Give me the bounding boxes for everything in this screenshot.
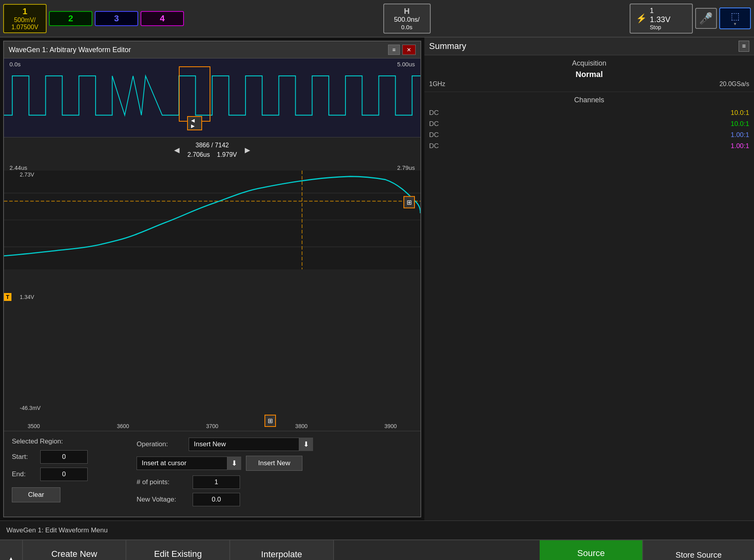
acquisition-section: Acquisition Normal 1GHz 20.0GSa/s	[424, 55, 754, 92]
end-row: End:	[12, 468, 130, 481]
summary-ch1-coupling: DC	[429, 109, 439, 117]
acquisition-freq: 1GHz	[429, 81, 445, 88]
summary-panel: Summary ≡ Acquisition Normal 1GHz 20.0GS…	[424, 38, 754, 521]
start-input[interactable]	[40, 450, 88, 464]
create-new-label: Create New	[51, 549, 97, 559]
cursor-info: ◀ 3866 / 7142 2.706us 1.979V ▶	[4, 137, 420, 163]
clear-button[interactable]: Clear	[12, 487, 60, 502]
timebase-button[interactable]: H 500.0ns/ 0.0s	[383, 4, 431, 34]
acquisition-rate: 20.0GSa/s	[719, 81, 749, 88]
overview-time-right: 5.00us	[397, 61, 415, 68]
channel-3-button[interactable]: 3	[95, 11, 138, 26]
up-arrow-icon: ▲	[6, 554, 16, 560]
summary-ch2-coupling: DC	[429, 120, 439, 128]
trigger-voltage: 1.33V	[650, 15, 670, 24]
overview-waveform-svg	[4, 58, 420, 137]
timebase-label: H	[404, 7, 409, 16]
operation-label: Operation:	[137, 440, 184, 448]
x-label-3600: 3600	[117, 423, 129, 429]
x-label-3500: 3500	[28, 423, 40, 429]
wavegen-menu-button[interactable]: ≡	[388, 45, 400, 55]
store-source-button[interactable]: Store Source to Arb	[643, 540, 754, 560]
cursor-time-voltage: 2.706us 1.979V	[188, 150, 237, 160]
controls-grid: Selected Region: Start: End: Clear	[12, 438, 413, 510]
timebase-scale: 500.0ns/	[394, 16, 420, 24]
controls-area: Selected Region: Start: End: Clear	[4, 431, 420, 517]
volt-label-mid: 1.34V	[20, 294, 34, 300]
voltage-input[interactable]	[193, 493, 240, 506]
cursor-voltage: 1.979V	[217, 151, 237, 158]
summary-ch3-coupling: DC	[429, 131, 439, 139]
operation-section: Operation: Insert New ⬇ I	[137, 438, 413, 510]
selection-handle[interactable]: ◀ ▶	[187, 116, 202, 130]
edit-existing-button[interactable]: Edit Existing ⬇	[126, 540, 230, 560]
summary-ch1-row: DC 10.0:1	[429, 107, 749, 118]
wavegen-title: WaveGen 1: Arbitrary Waveform Editor	[9, 46, 131, 54]
end-label: End:	[12, 470, 36, 478]
points-input[interactable]	[193, 475, 240, 489]
acquisition-mode: Normal	[429, 70, 749, 79]
selected-region-section: Selected Region: Start: End: Clear	[12, 438, 130, 510]
detail-container: 2.44us 2.79us T 2.73V 1.34V -46.3mV	[4, 163, 420, 431]
summary-ch2-ratio: 10.0:1	[731, 120, 749, 128]
main-area: WaveGen 1: Arbitrary Waveform Editor ≡ ✕…	[0, 38, 754, 521]
summary-header: Summary ≡	[424, 38, 754, 55]
insert-cursor-select[interactable]: Insert at cursor	[137, 457, 227, 470]
edit-existing-label: Edit Existing	[154, 549, 202, 559]
channel-4-button[interactable]: 4	[141, 11, 184, 26]
start-label: Start:	[12, 453, 36, 461]
x-label-3700: 3700	[206, 423, 218, 429]
summary-ch4-coupling: DC	[429, 142, 439, 150]
orange-marker-horizontal[interactable]: ⊞	[403, 196, 415, 209]
insert-cursor-value: Insert at cursor	[142, 459, 186, 467]
create-new-button[interactable]: Create New ⬇	[23, 540, 127, 560]
wavegen-titlebar: WaveGen 1: Arbitrary Waveform Editor ≡ ✕	[4, 41, 420, 58]
end-input[interactable]	[40, 468, 88, 481]
insert-cursor-row: Insert at cursor ⬇ Insert New	[137, 456, 413, 471]
capture-button[interactable]: ⬚ ▼	[719, 8, 751, 29]
operation-dropdown-button[interactable]: ⬇	[299, 438, 313, 451]
capture-icon: ⬚	[731, 11, 740, 22]
summary-menu-button[interactable]: ≡	[739, 41, 749, 52]
operation-row: Operation: Insert New ⬇	[137, 438, 413, 451]
points-row: # of points:	[137, 475, 413, 489]
x-label-3800: 3800	[295, 423, 308, 429]
voltage-row: New Voltage:	[137, 493, 413, 506]
channels-label: Channels	[429, 96, 749, 104]
acquisition-params: 1GHz 20.0GSa/s	[429, 81, 749, 88]
channel-1-button[interactable]: 1 500mV/ 1.07500V	[3, 4, 47, 33]
bottom-toolbar: ▲ Create New ⬇ Edit Existing ⬇ Interpola…	[0, 539, 754, 560]
trigger-section[interactable]: ⚡ 1 1.33V Stop	[630, 4, 693, 34]
insert-new-button[interactable]: Insert New	[246, 456, 302, 471]
summary-ch3-ratio: 1.00:1	[731, 131, 749, 139]
status-text: WaveGen 1: Edit Waveform Menu	[6, 526, 108, 534]
capture-dropdown-arrow: ▼	[733, 22, 737, 26]
microphone-icon: 🎤	[699, 12, 713, 24]
detail-time-right: 2.79us	[397, 164, 415, 171]
operation-select[interactable]: Insert New	[189, 438, 299, 451]
interpolate-button[interactable]: Interpolate	[230, 540, 334, 560]
wavegen-close-button[interactable]: ✕	[402, 45, 416, 55]
ch1-scale: 500mV/	[14, 17, 36, 24]
nav-up-button[interactable]: ▲	[0, 540, 23, 560]
ch1-number: 1	[23, 6, 27, 17]
cursor-left-arrow[interactable]: ◀	[174, 146, 180, 154]
channel-2-button[interactable]: 2	[49, 11, 92, 26]
source-button[interactable]: Source 1	[540, 540, 643, 560]
microphone-button[interactable]: 🎤	[695, 8, 717, 29]
summary-ch4-row: DC 1.00:1	[429, 141, 749, 152]
insert-cursor-dropdown-button[interactable]: ⬇	[227, 457, 241, 470]
cursor-right-arrow[interactable]: ▶	[245, 146, 250, 154]
selection-box-overview[interactable]: ◀ ▶	[179, 66, 210, 122]
overview-time-left: 0.0s	[9, 61, 21, 68]
cursor-time: 2.706us	[188, 151, 210, 158]
wavegen-buttons: ≡ ✕	[388, 45, 416, 55]
trigger-state: Stop	[650, 24, 670, 30]
trigger-number: 1	[650, 7, 670, 15]
region-label: Selected Region:	[12, 438, 130, 445]
summary-title: Summary	[429, 41, 739, 51]
trigger-icon: ⚡	[636, 13, 647, 24]
scope-panel: WaveGen 1: Arbitrary Waveform Editor ≡ ✕…	[0, 38, 424, 521]
detail-waveform-svg	[4, 171, 420, 269]
points-label: # of points:	[137, 478, 188, 486]
